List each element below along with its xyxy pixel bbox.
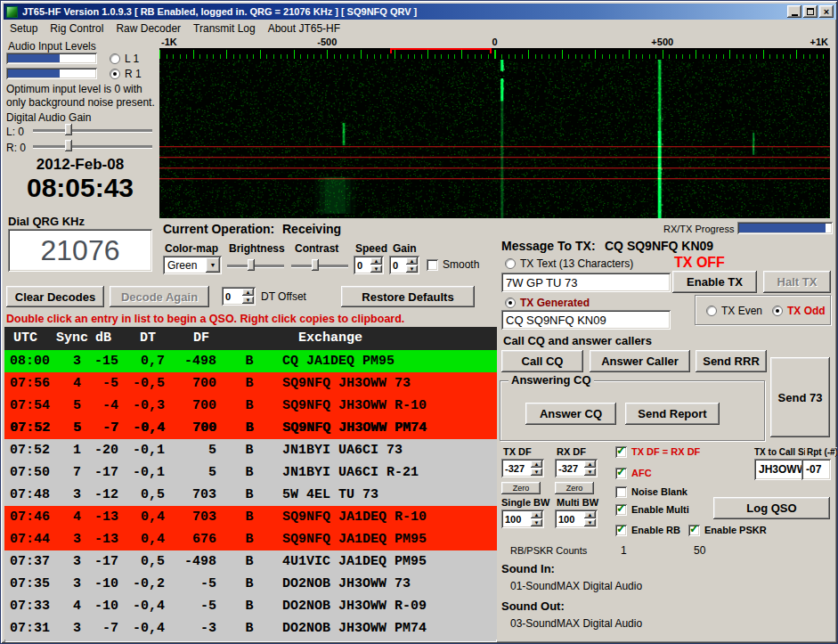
brightness-slider-thumb[interactable] [248,259,255,271]
menu-rig-control[interactable]: Rig Control [44,20,110,37]
gain-left-slider[interactable] [33,122,152,138]
decode-list-body: 08:003-150,7-498BCQ JA1DEQ PM9507:564-5-… [4,350,497,640]
send-rrr-button[interactable]: Send RRR [696,350,767,372]
dial-qrg-value: 21076 [41,234,120,267]
decode-row[interactable]: 07:545-4-0,3700BSQ9NFQ JH3OWW R-10 [4,395,497,417]
txdf-eq-rxdf-checkbox[interactable]: TX DF = RX DF [615,446,700,458]
brightness-slider[interactable] [227,257,284,273]
spin-down-icon[interactable]: ▼ [370,265,382,273]
send-73-button[interactable]: Send 73 [770,357,830,437]
cell-sync: 1 [54,439,81,461]
decode-row[interactable]: 07:525-7-0,4700BSQ9NFQ JH3OWW PM74 [4,417,497,439]
cell-utc: 07:52 [4,439,54,461]
maximize-button[interactable] [803,5,818,18]
decode-row[interactable]: 07:373-170,5-498B4U1VIC JA1DEQ PM95 [4,550,497,573]
decode-row[interactable]: 07:334-10-0,4-5BDO2NOB JH3OWW R-09 [4,595,497,617]
gain-spinner[interactable]: 0 ▲ ▼ [389,256,419,274]
tx-generated-radio[interactable]: TX Generated [505,297,590,309]
spin-up-icon[interactable]: ▲ [531,461,542,468]
menu-about[interactable]: About JT65-HF [262,20,346,37]
spin-up-icon[interactable]: ▲ [370,257,382,265]
gain-right-slider-thumb[interactable] [65,140,72,151]
checkbox-box [615,525,627,536]
decode-row[interactable]: 07:521-20-0,15BJN1BYI UA6CI 73 [4,439,497,461]
spin-down-icon[interactable]: ▼ [531,469,542,476]
title-bar[interactable]: JT65-HF Version 1.0.9.3 [ RB Enabled, lo… [4,4,836,20]
enable-rb-checkbox[interactable]: Enable RB [615,525,680,536]
rpt-input[interactable]: -07 [801,459,831,480]
spin-up-icon[interactable]: ▲ [531,511,542,518]
send-report-button[interactable]: Send Report [625,403,720,425]
decode-row[interactable]: 07:483-120,5703B5W 4EL TU 73 [4,484,497,506]
enable-pskr-checkbox[interactable]: Enable PSKR [688,525,767,536]
tx-df-zero-button[interactable]: Zero [501,482,541,494]
dt-offset-spinner[interactable]: 0 ▲ ▼ [222,287,256,306]
spin-up-icon[interactable]: ▲ [242,289,254,296]
colormap-dropdown[interactable]: Green ▼ [163,256,222,274]
cell-flag: B [216,439,282,461]
afc-checkbox[interactable]: AFC [615,468,652,479]
cell-flag: B [216,350,282,372]
cell-db: -13 [81,506,118,528]
tx-text-radio[interactable]: TX Text (13 Characters) [505,257,633,270]
answer-caller-button[interactable]: Answer Caller [590,350,690,372]
decode-row[interactable]: 07:353-10-0,2-5BDO2NOB JH3OWW 73 [4,573,497,595]
tx-df-spinner[interactable]: -327 ▲ ▼ [501,459,544,477]
chevron-down-icon[interactable]: ▼ [206,257,220,273]
rx-df-zero-button[interactable]: Zero [555,482,594,494]
spin-up-icon[interactable]: ▲ [584,461,596,468]
menu-transmit-log[interactable]: Transmit Log [187,20,262,37]
speed-spinner[interactable]: 0 ▲ ▼ [354,256,384,274]
spin-down-icon[interactable]: ▼ [584,469,596,476]
spin-down-icon[interactable]: ▼ [242,297,254,304]
answer-cq-button[interactable]: Answer CQ [525,403,616,425]
decode-row[interactable]: 07:564-5-0,5700BSQ9NFQ JH3OWW 73 [4,372,497,395]
tx-generated-text-input[interactable]: CQ SQ9NFQ KN09 [501,310,671,330]
close-button[interactable]: × [819,5,834,18]
spin-up-icon[interactable]: ▲ [584,511,596,518]
smooth-checkbox[interactable]: Smooth [427,259,479,271]
contrast-slider[interactable] [291,257,348,273]
single-bw-spinner[interactable]: 100 ▲ ▼ [501,509,544,528]
decode-list[interactable]: UTC Sync dB DT DF Exchange 08:003-150,7-… [4,327,497,642]
decode-row[interactable]: 07:443-130,4676BSQ9NFQ JA1DEQ PM95 [4,528,497,550]
clear-decodes-button[interactable]: Clear Decodes [6,286,104,307]
rx-df-spinner[interactable]: -327 ▲ ▼ [555,459,598,477]
decode-row[interactable]: 07:313-7-0,4-3BDO2NOB JH3OWW PM74 [4,617,497,640]
cell-sync: 3 [54,573,81,595]
spin-down-icon[interactable]: ▼ [584,519,596,526]
waterfall-canvas[interactable] [159,60,830,218]
spin-up-icon[interactable]: ▲ [406,257,418,265]
noise-blank-checkbox[interactable]: Noise Blank [615,486,687,498]
menu-setup[interactable]: Setup [4,20,44,37]
menu-raw-decoder[interactable]: Raw Decoder [110,20,187,37]
multi-bw-spinner[interactable]: 100 ▲ ▼ [555,509,598,528]
cell-db: -10 [81,573,118,595]
log-qso-button[interactable]: Log QSO [713,497,830,519]
radio-circle [110,53,120,64]
radio-right-channel[interactable]: R 1 [110,68,142,80]
ruler-label: -500 [317,37,337,47]
enable-tx-button[interactable]: Enable TX [672,271,757,293]
window-title: JT65-HF Version 1.0.9.3 [ RB Enabled, lo… [22,6,785,17]
tx-odd-radio[interactable]: TX Odd [772,305,826,317]
tx-even-radio[interactable]: TX Even [706,305,762,317]
cell-sync: 3 [54,350,81,372]
radio-left-channel[interactable]: L 1 [110,53,139,65]
spin-down-icon[interactable]: ▼ [531,519,542,526]
contrast-slider-thumb[interactable] [312,259,319,271]
cell-utc: 07:56 [4,372,54,395]
call-cq-button[interactable]: Call CQ [501,350,583,372]
decode-row[interactable]: 08:003-150,7-498BCQ JA1DEQ PM95 [4,350,497,372]
restore-defaults-button[interactable]: Restore Defaults [341,286,475,307]
gain-right-slider[interactable] [33,138,152,154]
enable-multi-checkbox[interactable]: Enable Multi [615,504,689,516]
decode-row[interactable]: 07:507-17-0,15BJN1BYI UA6CI R-21 [4,461,497,484]
minimize-button[interactable] [787,5,801,18]
tx-free-text-input[interactable]: 7W GP TU 73 [501,273,671,292]
spin-down-icon[interactable]: ▼ [406,265,418,273]
sound-out-label: Sound Out: [501,599,565,613]
cell-dt: 0,7 [118,350,165,372]
decode-row[interactable]: 07:464-130,4703BSQ9NFQ JA1DEQ R-10 [4,506,497,528]
gain-left-slider-thumb[interactable] [65,124,72,135]
